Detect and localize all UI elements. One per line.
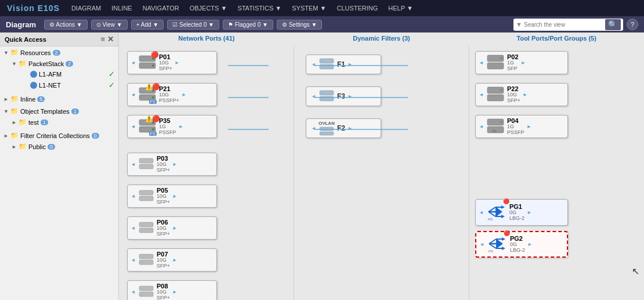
- tree-object-templates: ▼ 📁 Object Templates 1 ► 📁 test 1: [0, 105, 118, 129]
- selected-button[interactable]: ☑ Selected 0 ▼: [167, 20, 219, 30]
- add-button[interactable]: + Add ▼: [131, 20, 164, 30]
- nav-diagram[interactable]: DIAGRAM: [71, 5, 101, 12]
- svg-rect-19: [139, 164, 153, 169]
- sidebar-close-icon[interactable]: ✕: [107, 35, 114, 44]
- tree-resources: ▼ 📁 Resources 2 ▼ 📁 PacketStack 2 L1-AFM…: [0, 46, 118, 93]
- port-icon-p06: [138, 221, 154, 235]
- tree-row-inline[interactable]: ► 📁 Inline 5: [0, 94, 118, 104]
- nav-inline[interactable]: INLINE: [111, 5, 132, 12]
- left-arrow-p05: ◄: [131, 193, 136, 199]
- badge-test: 1: [41, 120, 48, 125]
- tree-row-object-templates[interactable]: ▼ 📁 Object Templates 1: [0, 106, 118, 116]
- port-info-p05: P05 10GSFP+: [157, 187, 170, 205]
- badge-object-templates: 1: [71, 109, 79, 114]
- tree-arrow-test: ►: [12, 120, 19, 125]
- nav-objects[interactable]: OBJECTS ▼: [190, 5, 227, 12]
- tree-arrow-packetstack: ▼: [12, 61, 19, 67]
- svg-point-17: [152, 128, 154, 131]
- column-headers: Network Ports (41) Dynamic Filters (3) T…: [119, 32, 644, 46]
- tree-row-test[interactable]: ► 📁 test 1: [8, 117, 118, 127]
- node-p08[interactable]: ◄ P08 10GSFP+ ►: [127, 280, 217, 300]
- tree-row-packetstack[interactable]: ▼ 📁 PacketStack 2: [8, 59, 118, 68]
- node-p01[interactable]: ◄ 🔴 P01 10GSFP+ ►: [127, 51, 217, 74]
- pg-speed-pg1: 0GLBG-2: [509, 210, 524, 222]
- folder-icon-packetstack: 📁: [19, 60, 27, 67]
- svg-text:PS: PS: [489, 250, 493, 253]
- actions-button[interactable]: ⚙ Actions ▼: [44, 20, 88, 30]
- tree-label-packetstack: PacketStack: [28, 60, 64, 67]
- sidebar-list-icon[interactable]: ≡: [100, 35, 105, 44]
- node-p05[interactable]: ◄ P05 10GSFP+ ►: [127, 185, 217, 208]
- tree-label-test: test: [28, 119, 39, 126]
- right-arrow-p05: ►: [172, 193, 178, 199]
- svg-rect-23: [139, 228, 153, 233]
- filter-id-f3: F3: [337, 92, 345, 100]
- svg-rect-18: [139, 158, 153, 163]
- node-p22[interactable]: ◄ P22 10GSFP+ ►: [475, 83, 568, 106]
- search-input[interactable]: [524, 21, 605, 28]
- search-button[interactable]: 🔍: [605, 19, 621, 30]
- left-arrow-p06: ◄: [131, 225, 136, 231]
- diagram-canvas[interactable]: Network Ports (41) Dynamic Filters (3) T…: [119, 32, 644, 300]
- right-arrow-f1: ►: [348, 62, 353, 67]
- port-icon-p08: [138, 285, 154, 299]
- tree-label-object-templates: Object Templates: [20, 108, 70, 115]
- content-area: Network Ports (41) Dynamic Filters (3) T…: [119, 32, 644, 300]
- right-arrow-p06: ►: [172, 225, 178, 231]
- port-info-pg2: PG2 0GLBG-2: [510, 235, 525, 254]
- nav-clustering[interactable]: CLUSTERING: [337, 5, 378, 12]
- left-arrow-p21: ◄: [131, 92, 136, 97]
- left-arrow-f1: ◄: [311, 62, 316, 67]
- node-f2[interactable]: ◄ OVLAN F2 ►: [306, 118, 381, 138]
- sidebar-header-icons: ≡ ✕: [100, 35, 114, 44]
- badge-p35: 🔴: [152, 115, 160, 122]
- tool-speed-p04: 1GPSSFP: [507, 124, 524, 136]
- nav-help[interactable]: HELP ▼: [388, 5, 413, 12]
- node-p06[interactable]: ◄ P06 10GSFP+ ►: [127, 216, 217, 240]
- tree-label-l1afm: L1-AFM: [39, 71, 61, 78]
- node-f1[interactable]: ◄ F1 ►: [306, 55, 381, 74]
- left-arrow-p35: ◄: [131, 124, 136, 129]
- node-p04[interactable]: ◄ PS P04 1GPSSFP ►: [475, 115, 568, 138]
- tree-row-filter-criteria[interactable]: ► 📁 Filter Criteria Collections 0: [0, 131, 118, 140]
- folder-icon-filter-criteria: 📁: [10, 132, 19, 139]
- node-p07[interactable]: ◄ P07 10GSFP+ ►: [127, 248, 217, 272]
- view-button[interactable]: ⊙ View ▼: [91, 20, 128, 30]
- right-arrow-p03: ►: [172, 161, 178, 167]
- node-p21[interactable]: ◄ 🔴 ⚠️ PS P21 10GPSSFP+ ►: [127, 83, 217, 106]
- nav-statistics[interactable]: STATISTICS ▼: [237, 5, 281, 12]
- lane-network: ◄ 🔴 P01 10GSFP+ ►: [119, 46, 294, 300]
- tree-row-l1afm[interactable]: L1-AFM ✓: [8, 68, 118, 79]
- node-p02[interactable]: ◄ P02 1GSFP ►: [475, 51, 568, 74]
- port-speed-p03: 10GSFP+: [157, 162, 170, 174]
- pg-speed-pg2: 0GLBG-2: [510, 242, 525, 254]
- right-arrow-f3: ►: [348, 93, 353, 99]
- tree-arrow-public: ►: [12, 144, 19, 150]
- svg-rect-21: [139, 196, 153, 201]
- top-bar: Vision E10S DIAGRAM INLINE NAVIGATOR OBJ…: [0, 0, 644, 16]
- right-arrow-pg2: ►: [527, 241, 533, 247]
- port-info-pg1: PG1 0GLBG-2: [509, 203, 524, 222]
- help-button[interactable]: ?: [627, 19, 638, 30]
- tree-row-resources[interactable]: ▼ 📁 Resources 2: [0, 48, 118, 57]
- port-icon-p01: 🔴: [138, 55, 157, 71]
- svg-rect-30: [320, 91, 334, 95]
- tool-speed-p02: 1GSFP: [507, 60, 519, 72]
- port-info-p04: P04 1GPSSFP: [507, 117, 524, 136]
- nav-navigator[interactable]: NAVIGATOR: [143, 5, 179, 12]
- node-p03[interactable]: ◄ P03 10GSFP+ ►: [127, 153, 217, 176]
- node-pg1[interactable]: ◄ 🔴: [475, 199, 568, 226]
- node-f3[interactable]: ◄ F3 ►: [306, 86, 381, 106]
- flagged-button[interactable]: ⚑ Flagged 0 ▼: [223, 20, 273, 30]
- left-arrow-p04: ◄: [479, 124, 484, 129]
- left-arrow-pg2: ◄: [479, 241, 484, 247]
- toolbar: Diagram ⚙ Actions ▼ ⊙ View ▼ + Add ▼ ☑ S…: [0, 16, 644, 32]
- port-speed-p01: 10GSFP+: [159, 60, 172, 72]
- tree-row-l1net[interactable]: L1-NET ✓: [8, 79, 118, 91]
- settings-button[interactable]: ⚙ Settings ▼: [277, 20, 323, 30]
- node-pg2[interactable]: ◄ 🔴 P: [475, 231, 568, 258]
- tree-row-public[interactable]: ► 📁 Public 0: [8, 142, 118, 151]
- node-p35[interactable]: ◄ 🔴 ⚠️ PS P35 1GPSSFP ►: [127, 115, 217, 138]
- nav-system[interactable]: SYSTEM ▼: [292, 5, 326, 12]
- badge-resources: 2: [53, 50, 60, 56]
